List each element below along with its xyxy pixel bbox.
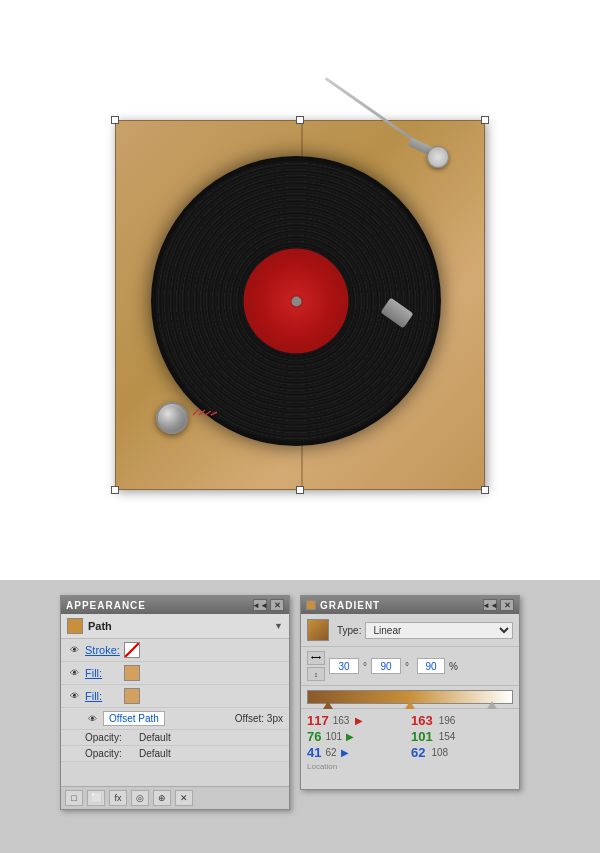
angle-symbol: °: [363, 661, 367, 672]
angle-icon-2[interactable]: ↕: [307, 667, 325, 681]
gradient-title-icon: [306, 600, 316, 610]
stroke-color-icon[interactable]: [124, 642, 140, 658]
angle-symbol-2: °: [405, 661, 409, 672]
turntable-body: [115, 120, 485, 490]
gradient-stop-right[interactable]: [487, 701, 497, 709]
opacity2-value: Default: [139, 748, 171, 759]
gradient-type-row: Type: Linear Radial: [301, 614, 519, 647]
turntable-illustration: [115, 120, 485, 490]
gradient-bar[interactable]: [307, 690, 513, 704]
angle-field-1[interactable]: [329, 658, 359, 674]
fill1-visibility-icon[interactable]: 👁: [67, 668, 81, 678]
volume-knob: [156, 402, 188, 434]
gradient-close-btn[interactable]: ✕: [500, 599, 514, 611]
color-right-g: 101: [411, 729, 433, 744]
gradient-panel: GRADIENT ◄◄ ✕ Type: Linear Radial ⟷ ↕ °: [300, 595, 520, 790]
gradient-color-preview[interactable]: [307, 619, 329, 641]
fill2-label[interactable]: Fill:: [85, 690, 120, 702]
svg-line-2: [205, 411, 211, 415]
fill2-color-box[interactable]: [124, 688, 140, 704]
selection-handle-top-left[interactable]: [111, 116, 119, 124]
stroke-label[interactable]: Stroke:: [85, 644, 120, 656]
color-right2-b: 108: [431, 747, 448, 758]
toolbar-btn-remove[interactable]: ✕: [175, 790, 193, 806]
toolbar-btn-fx[interactable]: fx: [109, 790, 127, 806]
fill1-label[interactable]: Fill:: [85, 667, 120, 679]
color-left-g: 76: [307, 729, 321, 744]
opacity1-label: Opacity:: [85, 732, 135, 743]
fill-row-2: 👁 Fill:: [61, 685, 289, 708]
path-row: Path ▼: [61, 614, 289, 639]
toolbar-btn-add[interactable]: ⊕: [153, 790, 171, 806]
opacity1-value: Default: [139, 732, 171, 743]
record-label: [244, 249, 349, 354]
color-right-r: 163: [411, 713, 433, 728]
vinyl-record: [151, 156, 441, 446]
angle-field-3: [417, 658, 445, 674]
color-mid-r: 163: [333, 715, 350, 726]
stroke-visibility-icon[interactable]: 👁: [67, 645, 81, 655]
opacity2-label: Opacity:: [85, 748, 135, 759]
appearance-titlebar: APPEARANCE ◄◄ ✕: [61, 596, 289, 614]
fill2-visibility-icon[interactable]: 👁: [67, 691, 81, 701]
toolbar-btn-square[interactable]: □: [65, 790, 83, 806]
color-right2-g: 154: [439, 731, 456, 742]
gradient-collapse-btn[interactable]: ◄◄: [483, 599, 497, 611]
offset-path-row: 👁 Offset Path Offset: 3px: [61, 708, 289, 730]
color-left-r: 117: [307, 713, 329, 728]
color-arrow-b: ▶: [341, 747, 349, 758]
svg-line-0: [193, 409, 199, 415]
color-left-b: 41: [307, 745, 321, 760]
tonearm-pivot: [427, 146, 449, 168]
selection-handle-bottom[interactable]: [296, 486, 304, 494]
canvas-area: [0, 0, 600, 580]
percent-label: %: [449, 661, 458, 672]
selection-handle-bottom-right[interactable]: [481, 486, 489, 494]
location-label: Location: [307, 762, 409, 771]
tonearm: [324, 77, 440, 160]
indicator-lines: [193, 406, 223, 426]
appearance-toolbar: □ ⬜ fx ◎ ⊕ ✕: [61, 786, 289, 809]
selection-handle-top-right[interactable]: [481, 116, 489, 124]
stroke-row: 👁 Stroke:: [61, 639, 289, 662]
color-arrow-g: ▶: [346, 731, 354, 742]
gradient-stop-mid[interactable]: [405, 701, 415, 709]
color-right2-r: 196: [439, 715, 456, 726]
gradient-type-label: Type:: [337, 625, 361, 636]
color-arrow-r: ▶: [355, 715, 363, 726]
offset-value: Offset: 3px: [235, 713, 283, 724]
fill1-color-box[interactable]: [124, 665, 140, 681]
bottom-panels: APPEARANCE ◄◄ ✕ Path ▼ 👁 Stroke: 👁 Fill:: [0, 580, 600, 853]
path-menu-arrow[interactable]: ▼: [274, 621, 283, 631]
toolbar-btn-rounded[interactable]: ⬜: [87, 790, 105, 806]
angle-field-3-input[interactable]: [417, 658, 445, 674]
selection-handle-bottom-left[interactable]: [111, 486, 119, 494]
offset-visibility-icon[interactable]: 👁: [85, 714, 99, 724]
toolbar-btn-circle[interactable]: ◎: [131, 790, 149, 806]
svg-line-3: [211, 412, 217, 415]
angle-icon-1[interactable]: ⟷: [307, 651, 325, 665]
appearance-title: APPEARANCE: [66, 600, 253, 611]
angle-controls-row: ⟷ ↕ ° ° %: [301, 647, 519, 686]
appearance-close-btn[interactable]: ✕: [270, 599, 284, 611]
gradient-title: GRADIENT: [320, 600, 483, 611]
gradient-stop-left[interactable]: [323, 701, 333, 709]
color-values-grid: 117 163 ▶ 76 101 ▶ 41 62 ▶ Location: [301, 709, 519, 775]
opacity2-row: Opacity: Default: [61, 746, 289, 762]
angle-field-2[interactable]: [371, 658, 401, 674]
color-mid-b: 62: [325, 747, 336, 758]
angle-icons: ⟷ ↕: [307, 651, 325, 681]
gradient-titlebar: GRADIENT ◄◄ ✕: [301, 596, 519, 614]
fill-row-1: 👁 Fill:: [61, 662, 289, 685]
gradient-bar-area: [301, 686, 519, 709]
color-mid-g: 101: [325, 731, 342, 742]
gradient-type-select[interactable]: Linear Radial: [365, 622, 513, 639]
path-label: Path: [88, 620, 269, 632]
selection-handle-top[interactable]: [296, 116, 304, 124]
path-color-box: [67, 618, 83, 634]
opacity1-row: Opacity: Default: [61, 730, 289, 746]
offset-path-button[interactable]: Offset Path: [103, 711, 165, 726]
appearance-panel: APPEARANCE ◄◄ ✕ Path ▼ 👁 Stroke: 👁 Fill:: [60, 595, 290, 810]
svg-line-1: [199, 410, 205, 415]
appearance-collapse-btn[interactable]: ◄◄: [253, 599, 267, 611]
